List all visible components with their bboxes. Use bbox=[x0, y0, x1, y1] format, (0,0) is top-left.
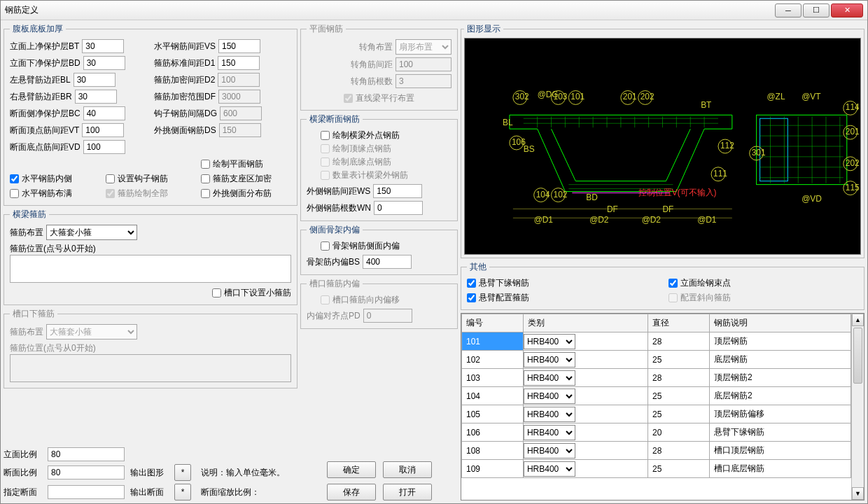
table-scrollbar[interactable]: ▲ ▼ bbox=[851, 314, 864, 500]
tuxing-group: 图形显示 bbox=[461, 23, 864, 258]
param-input[interactable] bbox=[218, 56, 260, 70]
others-group: 其他 悬臂下缘钢筋立面绘钢束点悬臂配置箍筋配置斜向箍筋 bbox=[461, 261, 864, 310]
param-input[interactable] bbox=[83, 140, 125, 154]
param-input bbox=[220, 106, 262, 120]
scroll-down-icon[interactable]: ▼ bbox=[852, 487, 864, 500]
save-button[interactable]: 保存 bbox=[327, 484, 376, 500]
check[interactable] bbox=[106, 174, 115, 183]
table-row[interactable]: 106HRB40020悬臂下缘钢筋 bbox=[462, 424, 851, 442]
svg-text:201: 201 bbox=[623, 92, 637, 102]
type-select[interactable]: HRB400 bbox=[524, 370, 575, 386]
spec-section-input[interactable] bbox=[48, 485, 125, 499]
scroll-up-icon[interactable]: ▲ bbox=[852, 314, 864, 326]
svg-text:BT: BT bbox=[701, 100, 711, 110]
param-input bbox=[218, 73, 260, 87]
wn-input[interactable] bbox=[374, 201, 423, 215]
hengliang-section-legend: 横梁断面钢筋 bbox=[307, 113, 363, 125]
hengliang-gu-legend: 横梁箍筋 bbox=[10, 209, 49, 220]
type-select[interactable]: HRB400 bbox=[524, 388, 575, 404]
slot-small-gu-check[interactable] bbox=[212, 288, 221, 298]
open-button[interactable]: 打开 bbox=[383, 484, 432, 500]
table-row[interactable]: 103HRB40028顶层钢筋2 bbox=[462, 369, 851, 387]
cancel-button[interactable]: 取消 bbox=[383, 461, 432, 478]
table-row[interactable]: 101HRB40028顶层钢筋 bbox=[462, 332, 851, 351]
frame-side-offset-check[interactable] bbox=[321, 241, 330, 251]
check[interactable] bbox=[10, 174, 19, 183]
param-input[interactable] bbox=[75, 90, 117, 104]
check[interactable] bbox=[467, 279, 476, 288]
check[interactable] bbox=[10, 189, 19, 198]
table-header[interactable]: 直径 bbox=[648, 314, 710, 332]
table-header[interactable]: 编号 bbox=[462, 314, 524, 332]
minimize-button[interactable]: ─ bbox=[775, 4, 802, 18]
type-select[interactable]: HRB400 bbox=[524, 334, 575, 349]
svg-text:202: 202 bbox=[640, 92, 654, 102]
check[interactable] bbox=[321, 131, 330, 140]
check bbox=[106, 189, 115, 198]
elev-scale-input[interactable] bbox=[48, 447, 125, 461]
caokou-buzhi-select: 大箍套小箍 bbox=[46, 324, 137, 340]
out-section-button[interactable]: * bbox=[174, 484, 191, 500]
svg-text:DF: DF bbox=[607, 204, 618, 214]
svg-text:112: 112 bbox=[720, 141, 734, 150]
svg-text:102: 102 bbox=[554, 190, 568, 200]
gu-buzhi-select[interactable]: 大箍套小箍 bbox=[46, 225, 137, 240]
rebar-table[interactable]: 编号类别直径钢筋说明 101HRB40028顶层钢筋102HRB40025底层钢… bbox=[461, 314, 851, 478]
ok-button[interactable]: 确定 bbox=[327, 461, 376, 478]
param-input[interactable] bbox=[83, 106, 125, 120]
type-select[interactable]: HRB400 bbox=[524, 407, 575, 422]
type-select[interactable]: HRB400 bbox=[524, 425, 575, 440]
table-row[interactable]: 105HRB40025顶层钢筋偏移 bbox=[462, 405, 851, 424]
cemian-legend: 侧面骨架内偏 bbox=[307, 224, 363, 236]
svg-text:@D1: @D1 bbox=[534, 215, 554, 225]
out-graph-label: 输出图形 bbox=[130, 467, 169, 479]
bs-input[interactable] bbox=[363, 255, 412, 269]
param-input[interactable] bbox=[82, 39, 124, 53]
sect-scale-input[interactable] bbox=[48, 465, 125, 479]
table-row[interactable]: 109HRB40025槽口底层钢筋 bbox=[462, 460, 851, 478]
pingmian-group: 平面钢筋 转角布置 扇形布置 转角筋间距 转角筋根数 直线梁平行布置 bbox=[300, 23, 458, 111]
param-input[interactable] bbox=[218, 39, 260, 53]
type-select[interactable]: HRB400 bbox=[524, 461, 575, 477]
type-select[interactable]: HRB400 bbox=[524, 443, 575, 458]
check[interactable] bbox=[201, 189, 210, 198]
fubanjiahou-group: 腹板底板加厚 立面上净保护层BT水平钢筋间距VS立面下净保护层BD箍筋标准间距D… bbox=[4, 23, 298, 206]
svg-text:201: 201 bbox=[846, 127, 860, 136]
caokou-gu-group: 槽口下箍筋 箍筋布置 大箍套小箍 箍筋位置(点号从0开始) bbox=[4, 308, 298, 388]
table-row[interactable]: 104HRB40025底层钢筋2 bbox=[462, 387, 851, 405]
check[interactable] bbox=[201, 174, 210, 183]
gu-pos-input[interactable] bbox=[10, 255, 291, 283]
check[interactable] bbox=[668, 279, 678, 288]
svg-text:BS: BS bbox=[524, 144, 535, 154]
svg-text:301: 301 bbox=[752, 148, 766, 158]
maximize-button[interactable]: ☐ bbox=[803, 4, 830, 18]
close-button[interactable]: ✕ bbox=[831, 4, 863, 18]
straight-parallel-check bbox=[344, 94, 353, 103]
svg-text:@VD: @VD bbox=[802, 194, 822, 204]
svg-text:202: 202 bbox=[846, 158, 860, 168]
check[interactable] bbox=[467, 293, 476, 302]
out-graph-button[interactable]: * bbox=[174, 464, 191, 481]
svg-text:BD: BD bbox=[586, 192, 598, 202]
scroll-thumb[interactable] bbox=[853, 328, 862, 384]
svg-text:114: 114 bbox=[846, 102, 860, 112]
corner-layout-select: 扇形布置 bbox=[396, 39, 451, 55]
corner-spacing-input bbox=[396, 57, 451, 71]
others-legend: 其他 bbox=[467, 261, 489, 273]
hengliang-section-group: 横梁断面钢筋 绘制横梁外点钢筋绘制顶缘点钢筋绘制底缘点钢筋数量表计横梁外钢筋 外… bbox=[300, 113, 458, 221]
table-header[interactable]: 钢筋说明 bbox=[710, 314, 851, 332]
check[interactable] bbox=[201, 160, 210, 169]
table-row[interactable]: 108HRB40028槽口顶层钢筋 bbox=[462, 442, 851, 460]
tuxing-legend: 图形显示 bbox=[464, 23, 503, 35]
fubanjiahou-legend: 腹板底板加厚 bbox=[10, 23, 66, 35]
svg-text:BL: BL bbox=[503, 118, 513, 127]
param-input[interactable] bbox=[83, 56, 125, 70]
pingmian-legend: 平面钢筋 bbox=[307, 23, 346, 35]
caokou-nei-group: 槽口箍筋内偏 槽口箍筋向内偏移 内偏对齐点PD bbox=[300, 278, 458, 329]
param-input[interactable] bbox=[74, 73, 115, 87]
param-input[interactable] bbox=[82, 123, 124, 137]
table-header[interactable]: 类别 bbox=[523, 314, 648, 332]
type-select[interactable]: HRB400 bbox=[524, 352, 575, 368]
table-row[interactable]: 102HRB40025底层钢筋 bbox=[462, 351, 851, 369]
ws-input[interactable] bbox=[373, 184, 422, 198]
